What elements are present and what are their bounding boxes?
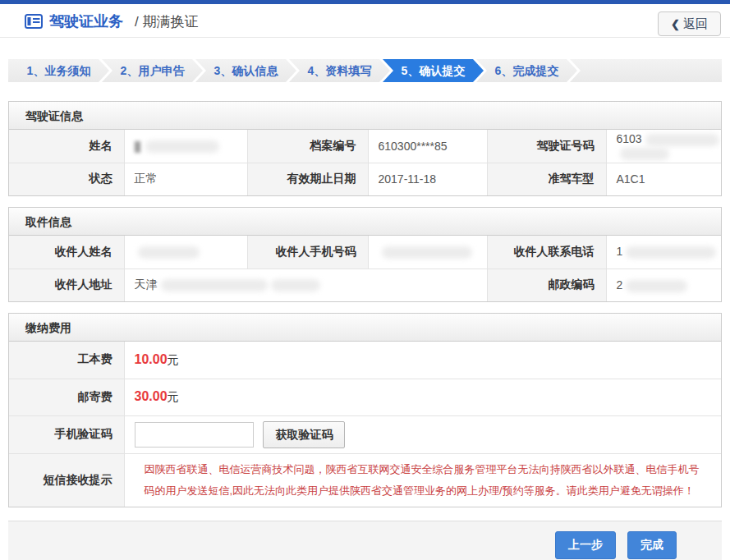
license-number-label: 驾驶证号码 bbox=[487, 130, 606, 163]
step-4-fill-data[interactable]: 4、资料填写 bbox=[289, 59, 390, 82]
get-sms-code-button[interactable]: 获取验证码 bbox=[263, 421, 345, 448]
expiry-date-label: 有效期止日期 bbox=[247, 163, 368, 195]
work-fee-label: 工本费 bbox=[9, 342, 124, 379]
work-fee-amount: 10.00 bbox=[135, 352, 168, 366]
step-2-user-declaration[interactable]: 2、用户申告 bbox=[102, 59, 203, 82]
redacted-value bbox=[161, 279, 268, 291]
step-wizard: 1、业务须知 2、用户申告 3、确认信息 4、资料填写 5、确认提交 6、完成提… bbox=[8, 59, 722, 82]
table-row: 邮寄费 30.00元 bbox=[9, 379, 721, 415]
name-label: 姓名 bbox=[9, 130, 124, 163]
name-value bbox=[124, 130, 247, 163]
back-button[interactable]: ❮返回 bbox=[658, 11, 721, 36]
fees-table: 工本费 10.00元 邮寄费 30.00元 手机验证码 获取验证码 短信接收提示… bbox=[9, 342, 721, 507]
redacted-value bbox=[271, 279, 320, 291]
table-row: 姓名 档案编号 610300****85 驾驶证号码 6103 bbox=[9, 130, 721, 163]
redacted-value bbox=[645, 134, 719, 146]
redacted-value bbox=[620, 148, 669, 160]
file-number-label: 档案编号 bbox=[247, 130, 368, 163]
sms-notice-label: 短信接收提示 bbox=[9, 453, 124, 507]
recipient-address-label: 收件人地址 bbox=[9, 269, 124, 301]
sms-code-input[interactable] bbox=[135, 422, 254, 448]
status-label: 状态 bbox=[9, 163, 124, 195]
payment-fees-section: 缴纳费用 工本费 10.00元 邮寄费 30.00元 手机验证码 获取验证码 短… bbox=[8, 313, 722, 507]
mail-fee-amount: 30.00 bbox=[135, 389, 168, 403]
license-form-icon bbox=[25, 14, 43, 29]
pickup-info-section: 取件信息 收件人姓名 收件人手机号码 收件人联系电话 1 收件人地址 天津 邮政… bbox=[8, 207, 722, 302]
recipient-phone-value: 1 bbox=[606, 236, 721, 269]
zip-code-label: 邮政编码 bbox=[487, 269, 606, 301]
license-info-section: 驾驶证信息 姓名 档案编号 610300****85 驾驶证号码 6103 状态… bbox=[8, 101, 722, 196]
zip-code-value: 2 bbox=[606, 269, 721, 301]
recipient-mobile-value bbox=[368, 236, 487, 269]
sms-code-label: 手机验证码 bbox=[9, 415, 124, 453]
redacted-value bbox=[382, 246, 472, 259]
table-row: 收件人地址 天津 邮政编码 2 bbox=[9, 269, 721, 301]
work-fee-value: 10.00元 bbox=[124, 342, 721, 379]
table-row: 工本费 10.00元 bbox=[9, 342, 721, 379]
fees-section-title: 缴纳费用 bbox=[9, 314, 721, 342]
page-header: 驾驶证业务 / 期满换证 ❮返回 bbox=[0, 4, 730, 38]
currency-unit: 元 bbox=[168, 390, 179, 403]
pickup-info-table: 收件人姓名 收件人手机号码 收件人联系电话 1 收件人地址 天津 邮政编码 2 bbox=[9, 236, 721, 301]
vehicle-class-value: A1C1 bbox=[606, 163, 721, 195]
previous-step-button[interactable]: 上一步 bbox=[555, 531, 616, 559]
vehicle-class-label: 准驾车型 bbox=[487, 163, 606, 195]
footer-action-bar: 上一步 完成 bbox=[8, 521, 722, 560]
recipient-mobile-label: 收件人手机号码 bbox=[247, 236, 368, 269]
redacted-value bbox=[138, 246, 200, 259]
status-value: 正常 bbox=[124, 163, 247, 195]
pickup-section-title: 取件信息 bbox=[9, 208, 721, 236]
table-row: 手机验证码 获取验证码 bbox=[9, 415, 721, 453]
table-row: 短信接收提示 因陕西省联通、电信运营商技术问题，陕西省互联网交通安全综合服务管理… bbox=[9, 453, 721, 507]
file-number-value: 610300****85 bbox=[368, 130, 487, 163]
table-row: 状态 正常 有效期止日期 2017-11-18 准驾车型 A1C1 bbox=[9, 163, 721, 195]
step-1-business-notice[interactable]: 1、业务须知 bbox=[8, 59, 109, 82]
page-title: 驾驶证业务 bbox=[49, 11, 123, 31]
sms-code-cell: 获取验证码 bbox=[124, 415, 721, 453]
table-row: 收件人姓名 收件人手机号码 收件人联系电话 1 bbox=[9, 236, 721, 269]
recipient-name-label: 收件人姓名 bbox=[9, 236, 124, 269]
step-5-confirm-submit[interactable]: 5、确认提交 bbox=[383, 59, 484, 82]
license-number-value: 6103 bbox=[606, 130, 721, 163]
step-bar-filler bbox=[570, 59, 722, 82]
page-subtitle: / 期满换证 bbox=[135, 12, 198, 31]
chevron-left-icon: ❮ bbox=[671, 18, 680, 30]
license-info-table: 姓名 档案编号 610300****85 驾驶证号码 6103 状态 正常 有效… bbox=[9, 130, 721, 195]
mail-fee-value: 30.00元 bbox=[124, 379, 721, 415]
recipient-phone-label: 收件人联系电话 bbox=[487, 236, 606, 269]
finish-button[interactable]: 完成 bbox=[627, 531, 677, 559]
currency-unit: 元 bbox=[168, 353, 179, 366]
back-button-label: 返回 bbox=[683, 16, 708, 30]
step-6-complete-submit[interactable]: 6、完成提交 bbox=[476, 59, 577, 82]
redacted-fragment bbox=[135, 141, 140, 153]
recipient-address-value: 天津 bbox=[124, 269, 487, 301]
step-3-confirm-info[interactable]: 3、确认信息 bbox=[195, 59, 296, 82]
redacted-value bbox=[626, 246, 716, 259]
expiry-date-value: 2017-11-18 bbox=[368, 163, 487, 195]
mail-fee-label: 邮寄费 bbox=[9, 379, 124, 415]
sms-notice-cell: 因陕西省联通、电信运营商技术问题，陕西省互联网交通安全综合服务管理平台无法向持陕… bbox=[124, 453, 721, 507]
sms-notice-text: 因陕西省联通、电信运营商技术问题，陕西省互联网交通安全综合服务管理平台无法向持陕… bbox=[135, 454, 722, 507]
redacted-value bbox=[626, 280, 687, 292]
recipient-name-value bbox=[124, 236, 247, 269]
license-section-title: 驾驶证信息 bbox=[9, 102, 721, 130]
redacted-value bbox=[145, 140, 219, 153]
